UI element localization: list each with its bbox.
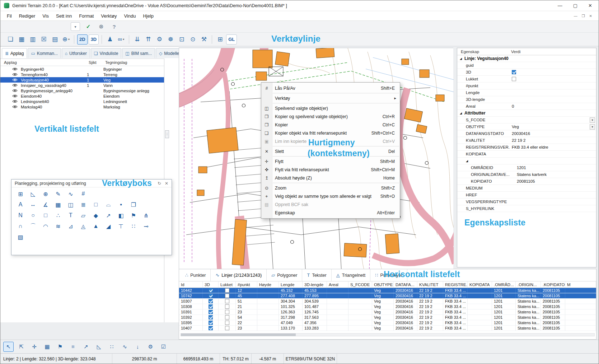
property-checkbox[interactable]	[512, 77, 516, 81]
menu-vindu[interactable]: Vindu	[120, 12, 139, 20]
context-item-velg-objekt-av-samme-type-som-allerede-er-valgt[interactable]: ⌖Velg objekt av samme type som allerede …	[261, 192, 400, 200]
table-row-10308[interactable]: 1030821101.325101.487Veg2003041622 19 2F…	[179, 304, 596, 309]
row-checkbox[interactable]	[225, 321, 229, 325]
property-row-href[interactable]: HREF	[457, 192, 596, 199]
terrain-tool-icon[interactable]: ⚒	[199, 34, 209, 45]
column-header-3d-lengde[interactable]: 3D-lengde	[303, 281, 327, 288]
table-row-10307[interactable]: 1030751304.304304.539Veg2003041622 19 2F…	[179, 299, 596, 304]
flag-icon[interactable]: ⚑	[55, 342, 65, 352]
table-row-10392[interactable]: 1039254317.298317.563Veg2003041622 19 2F…	[179, 315, 596, 320]
context-item-egenskap[interactable]: EgenskapAlt+Enter	[261, 209, 400, 217]
export-layers-icon[interactable]: ⇈	[143, 34, 153, 45]
triangle-ruler-icon[interactable]: ◺	[94, 342, 104, 352]
dropdown-caret-icon[interactable]: ▾	[68, 38, 70, 41]
property-value[interactable]	[510, 83, 596, 89]
menu-format[interactable]: Format	[75, 12, 97, 20]
context-item-flytt[interactable]: ✛FlyttShift+M	[261, 157, 400, 165]
column-header-id[interactable]: Id	[179, 281, 203, 288]
property-row-s-fcode[interactable]: S_FCODE▾	[457, 117, 596, 123]
visibility-eye-icon[interactable]	[12, 83, 19, 87]
selection-frame-icon[interactable]: ⊞	[215, 34, 225, 45]
quick-recent-dropdown-button[interactable]: ▾	[71, 22, 80, 31]
layer-row-ledningsnett40[interactable]: Ledningsnett40Ledningsnett	[0, 99, 164, 104]
arc3-tool-icon[interactable]: ◠	[41, 222, 50, 230]
tab-polygoner[interactable]: ▱Polygoner	[267, 269, 302, 281]
property-row-kopidata[interactable]: KOPIDATA	[457, 151, 596, 158]
print-icon[interactable]: ▤	[50, 34, 60, 45]
profile-tool-icon[interactable]: ⌓	[104, 200, 113, 209]
link-icon[interactable]: ∞▾	[116, 34, 126, 45]
minimize-button[interactable]: —	[558, 3, 562, 8]
property-value[interactable]	[510, 151, 596, 157]
hash-snap-icon[interactable]: ⌗	[68, 342, 78, 352]
horizontal-scrollbar[interactable]	[181, 333, 595, 336]
property-row-3d-lengde[interactable]: 3D-lengde	[457, 96, 596, 103]
drop-arrow-icon[interactable]: ↓	[132, 342, 143, 352]
menu-verkt-y[interactable]: Verktøy	[97, 12, 120, 20]
tab-punktskyer[interactable]: ∷Punktskyer	[370, 269, 407, 281]
property-row-registreringsver[interactable]: REGISTRERINGSVER...FKB 33.4 eller eldre	[457, 144, 596, 151]
column-header-areal[interactable]: Areal	[327, 281, 348, 288]
table-row-10407[interactable]: 1040723133.170133.283Veg2003041622 19 2F…	[179, 326, 596, 331]
context-item-verkt-y[interactable]: Verktøy▸	[261, 94, 400, 102]
property-value[interactable]	[510, 117, 596, 123]
visibility-eye-icon[interactable]	[12, 99, 19, 103]
layer-row-innsj-er-og-vassdrag40[interactable]: Innsjøer_og_vassdrag401Vann	[0, 83, 164, 88]
expand-triangle-icon[interactable]: ◢	[460, 112, 464, 115]
visibility-eye-icon[interactable]	[12, 89, 19, 93]
tin-tool-icon[interactable]: ◬	[79, 222, 88, 230]
row-checkbox[interactable]	[225, 288, 229, 293]
view-3d-button[interactable]: 3D	[89, 34, 99, 45]
visibility-eye-icon[interactable]	[12, 67, 19, 71]
visibility-eye-icon[interactable]	[12, 94, 19, 98]
child-minimize-button[interactable]: —	[574, 14, 577, 18]
solid-tool-icon[interactable]: ◆	[91, 211, 100, 220]
layer-row-bygningsmessige-anlegg40[interactable]: Bygningsmessige_anlegg40Bygningsmessige …	[0, 88, 164, 93]
table-row-10395[interactable]: 103952247.04947.356Veg2003041622 19 2FKB…	[179, 320, 596, 326]
trend-icon[interactable]: ↗	[81, 342, 91, 352]
context-item-lim-inn-kopierte[interactable]: ▣Lim inn kopierteCtrl+V	[261, 137, 400, 145]
point-tool-icon[interactable]: ▪	[116, 200, 126, 209]
corner-tool-icon[interactable]: ◢	[104, 222, 113, 230]
layer-row-eiendom40[interactable]: Eiendom40Eiendom	[0, 93, 164, 99]
property-row-lengde[interactable]: Lengde	[457, 89, 596, 96]
gl-button[interactable]: GL	[226, 34, 237, 45]
row-checkbox[interactable]	[225, 315, 229, 319]
row-checkbox[interactable]	[209, 310, 213, 314]
web-settings-icon[interactable]: ☸	[165, 34, 176, 45]
layer-row-vegsituasjon40[interactable]: Vegsituasjon401Veg	[0, 77, 164, 83]
import-layers-icon[interactable]: ⇊	[132, 34, 142, 45]
layer-row-terrengform40[interactable]: Terrengform401Terreng	[0, 72, 164, 77]
save-all-icon[interactable]: ▥	[28, 34, 38, 45]
row-checkbox[interactable]	[225, 294, 229, 298]
toolbox-close-icon[interactable]: ✕	[165, 181, 168, 186]
menu-fil[interactable]: Fil	[3, 12, 15, 20]
flag-tool-icon[interactable]: ⚑	[129, 211, 138, 220]
menu-vis[interactable]: Vis	[39, 12, 52, 20]
layer-row-markslag40[interactable]: Markslag40Markslag	[0, 104, 164, 109]
expand-triangle-icon[interactable]: ◢	[460, 57, 464, 60]
tab-applag[interactable]: ≣Applag	[2, 48, 27, 58]
square-tool-icon[interactable]: □	[91, 200, 100, 209]
property-row-originaldatave[interactable]: ORIGINALDATAVE...Statens kartverk	[457, 171, 596, 178]
text-tool-icon[interactable]: T	[66, 211, 75, 220]
tab-utforsker[interactable]: ⌂Utforsker	[62, 48, 90, 58]
context-item-kopier[interactable]: ❐KopierCtrl+C	[261, 121, 400, 129]
tab-triangelnett[interactable]: ◬Triangelnett	[332, 269, 371, 281]
property-row-datafangstdato[interactable]: DATAFANGSTDATO20030416	[457, 130, 596, 137]
table-row-10391[interactable]: 1039123126.363126.745Veg2003041622 19 2F…	[179, 309, 596, 315]
column-header-origin[interactable]: .ORIGIN...	[516, 281, 541, 288]
column-tegningslag[interactable]: Tegningslag	[105, 60, 127, 65]
property-row-areal[interactable]: Areal0	[457, 103, 596, 110]
polyline-tool-icon[interactable]: ∿	[66, 190, 75, 198]
dropdown-arrow-icon[interactable]: ▾	[590, 117, 595, 123]
select-cursor-icon[interactable]: ↖	[3, 342, 14, 352]
property-value[interactable]: 0	[510, 103, 596, 109]
tab-bim-sam[interactable]: ◫BIM sam...	[122, 48, 155, 58]
property-row-kopidato[interactable]: KOPIDATO20081105	[457, 178, 596, 185]
property-value[interactable]	[510, 205, 596, 212]
column-header-s-fcode[interactable]: S_FCODE	[348, 281, 372, 288]
property-value[interactable]: Statens kartverk	[515, 171, 596, 178]
polygon-tool-icon[interactable]: ▱	[79, 211, 88, 220]
property-value[interactable]	[510, 199, 596, 205]
